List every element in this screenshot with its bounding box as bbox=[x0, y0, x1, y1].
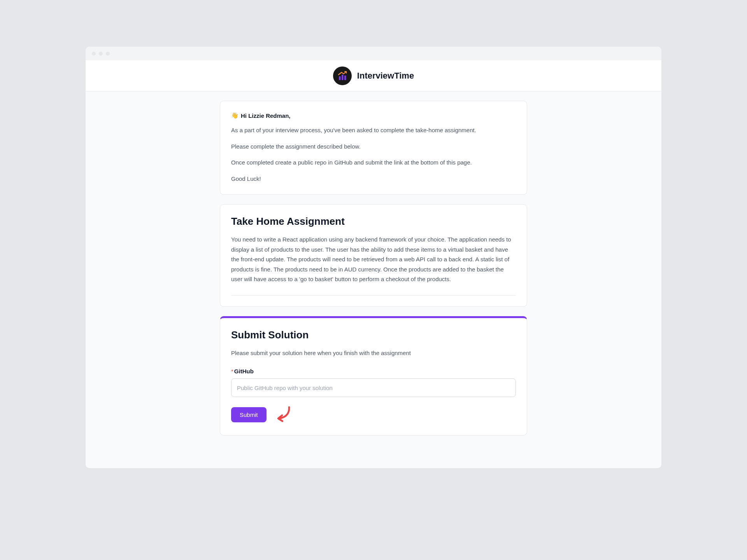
app-header: InterviewTime bbox=[86, 60, 661, 91]
github-label-text: GitHub bbox=[234, 368, 254, 374]
brand-logo-icon bbox=[333, 66, 352, 85]
intro-paragraph: Please complete the assignment described… bbox=[231, 142, 516, 152]
svg-rect-1 bbox=[342, 75, 344, 80]
titlebar bbox=[86, 47, 661, 60]
arrow-annotation-icon bbox=[274, 405, 293, 424]
brand-name: InterviewTime bbox=[357, 71, 414, 81]
greeting-text: Hi Lizzie Redman, bbox=[241, 112, 291, 119]
window-dot bbox=[99, 52, 103, 56]
intro-paragraph: Good Luck! bbox=[231, 174, 516, 184]
required-indicator: * bbox=[231, 368, 233, 374]
submit-subtitle: Please submit your solution here when yo… bbox=[231, 348, 516, 358]
window-dot bbox=[92, 52, 96, 56]
browser-window: InterviewTime 👋 Hi Lizzie Redman, As a p… bbox=[86, 47, 661, 468]
assignment-title: Take Home Assignment bbox=[231, 215, 516, 228]
divider bbox=[231, 295, 516, 296]
greeting: 👋 Hi Lizzie Redman, bbox=[231, 112, 516, 119]
content-area: 👋 Hi Lizzie Redman, As a part of your in… bbox=[86, 91, 661, 468]
svg-rect-2 bbox=[344, 75, 346, 80]
window-dot bbox=[106, 52, 110, 56]
intro-card: 👋 Hi Lizzie Redman, As a part of your in… bbox=[220, 101, 527, 195]
github-input[interactable] bbox=[231, 378, 516, 397]
svg-rect-0 bbox=[339, 76, 341, 80]
submit-card: Submit Solution Please submit your solut… bbox=[220, 316, 527, 436]
assignment-card: Take Home Assignment You need to write a… bbox=[220, 204, 527, 307]
intro-paragraph: As a part of your interview process, you… bbox=[231, 125, 516, 135]
intro-paragraph: Once completed create a public repo in G… bbox=[231, 158, 516, 168]
github-field-label: *GitHub bbox=[231, 368, 516, 374]
submit-title: Submit Solution bbox=[231, 329, 516, 341]
submit-button[interactable]: Submit bbox=[231, 407, 267, 422]
wave-emoji-icon: 👋 bbox=[231, 112, 238, 119]
assignment-body: You need to write a React application us… bbox=[231, 234, 516, 284]
